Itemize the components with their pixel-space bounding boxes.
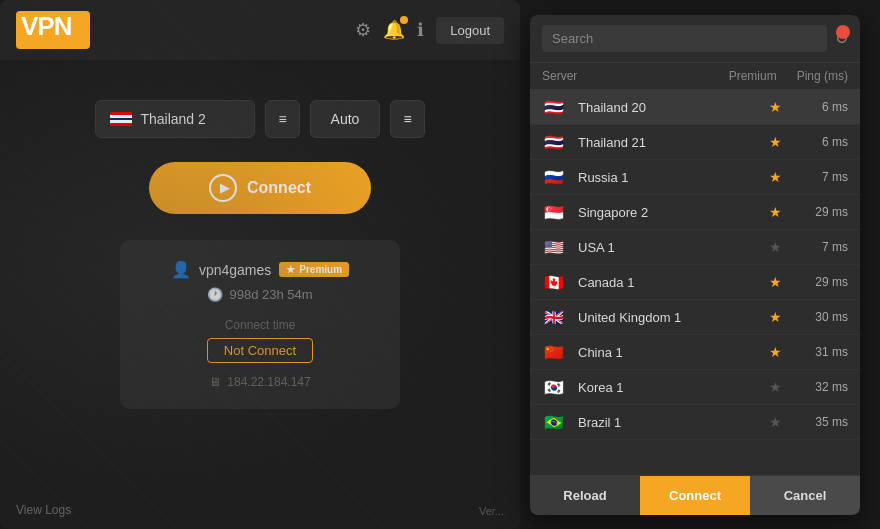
server-name: Russia 1 <box>578 170 742 185</box>
flag-icon: 🇧🇷 <box>542 414 566 430</box>
cancel-button[interactable]: Cancel <box>750 476 860 515</box>
premium-star: ★ <box>750 414 800 430</box>
play-icon: ▶ <box>209 174 237 202</box>
auto-button[interactable]: Auto <box>310 100 381 138</box>
premium-star: ★ <box>750 274 800 290</box>
logout-button[interactable]: Logout <box>436 17 504 44</box>
premium-star: ★ <box>750 309 800 325</box>
ip-value: 184.22.184.147 <box>227 375 310 389</box>
connect-label: Connect <box>247 179 311 197</box>
notification-icon[interactable]: 🔔 <box>383 19 405 41</box>
user-row: 👤 vpn4games ★ Premium <box>140 260 380 279</box>
server-list: 🇹🇭Thailand 20★6 ms🇹🇭Thailand 21★6 ms🇷🇺Ru… <box>530 90 860 475</box>
server-select[interactable]: Thailand 2 <box>95 100 255 138</box>
flag-icon: 🇨🇦 <box>542 274 566 290</box>
server-name: Singapore 2 <box>578 205 742 220</box>
not-connect-status: Not Connect <box>207 338 313 363</box>
col-premium: Premium <box>729 69 777 83</box>
logo-4: 4 <box>71 11 84 41</box>
reload-button[interactable]: Reload <box>530 476 640 515</box>
view-logs-link[interactable]: View Logs <box>16 503 71 517</box>
timer-value: 998d 23h 54m <box>229 287 312 302</box>
overlay-connect-button[interactable]: Connect <box>640 476 750 515</box>
premium-star: ★ <box>750 169 800 185</box>
version-text: Ver... <box>479 505 504 517</box>
ip-address-row: 🖥 184.22.184.147 <box>140 375 380 389</box>
selected-flag <box>110 112 132 126</box>
server-menu-button[interactable]: ≡ <box>265 100 299 138</box>
connect-button[interactable]: ▶ Connect <box>149 162 371 214</box>
selected-server-name: Thailand 2 <box>140 111 205 127</box>
monitor-icon: 🖥 <box>209 375 221 389</box>
server-name: Brazil 1 <box>578 415 742 430</box>
table-header: Server Premium Ping (ms) <box>530 63 860 90</box>
overlay-footer: Reload Connect Cancel <box>530 475 860 515</box>
ping-value: 7 ms <box>808 170 848 184</box>
close-button[interactable] <box>836 25 850 39</box>
search-input[interactable] <box>542 25 827 52</box>
server-name: Thailand 20 <box>578 100 742 115</box>
notification-dot <box>400 16 408 24</box>
flag-icon: 🇰🇷 <box>542 379 566 395</box>
server-list-item[interactable]: 🇺🇸USA 1★7 ms <box>530 230 860 265</box>
server-list-item[interactable]: 🇨🇦Canada 1★29 ms <box>530 265 860 300</box>
server-list-item[interactable]: 🇹🇭Thailand 20★6 ms <box>530 90 860 125</box>
premium-star: ★ <box>750 239 800 255</box>
server-name: Canada 1 <box>578 275 742 290</box>
search-bar: ↻ <box>530 15 860 63</box>
clock-icon: 🕐 <box>207 287 223 302</box>
server-list-item[interactable]: 🇰🇷Korea 1★32 ms <box>530 370 860 405</box>
main-content: Thailand 2 ≡ Auto ≡ ▶ Connect 👤 vpn4game… <box>0 60 520 429</box>
flag-icon: 🇷🇺 <box>542 169 566 185</box>
premium-star: ★ <box>750 134 800 150</box>
server-list-item[interactable]: 🇧🇷Brazil 1★35 ms <box>530 405 860 440</box>
col-server: Server <box>542 69 729 83</box>
server-list-item[interactable]: 🇨🇳China 1★31 ms <box>530 335 860 370</box>
server-list-item[interactable]: 🇷🇺Russia 1★7 ms <box>530 160 860 195</box>
info-card: 👤 vpn4games ★ Premium 🕐 998d 23h 54m Con… <box>120 240 400 409</box>
info-icon[interactable]: ℹ <box>417 19 424 41</box>
ping-value: 35 ms <box>808 415 848 429</box>
flag-icon: 🇹🇭 <box>542 99 566 115</box>
server-name: United Kingdom 1 <box>578 310 742 325</box>
timer-row: 🕐 998d 23h 54m <box>140 287 380 302</box>
header-icons: ⚙ 🔔 ℹ Logout <box>355 17 504 44</box>
badge-star: ★ <box>286 264 295 275</box>
main-window: VPN4 GAMES ⚙ 🔔 ℹ Logout Thailand 2 ≡ Aut… <box>0 0 520 529</box>
server-name: Korea 1 <box>578 380 742 395</box>
ping-value: 6 ms <box>808 135 848 149</box>
server-name: USA 1 <box>578 240 742 255</box>
flag-icon: 🇺🇸 <box>542 239 566 255</box>
ping-value: 7 ms <box>808 240 848 254</box>
col-ping: Ping (ms) <box>797 69 848 83</box>
logo: VPN4 GAMES <box>16 11 90 49</box>
ping-value: 29 ms <box>808 275 848 289</box>
server-row: Thailand 2 ≡ Auto ≡ <box>20 100 500 138</box>
premium-star: ★ <box>750 344 800 360</box>
server-list-item[interactable]: 🇹🇭Thailand 21★6 ms <box>530 125 860 160</box>
ping-value: 6 ms <box>808 100 848 114</box>
server-name: Thailand 21 <box>578 135 742 150</box>
auto-menu-button[interactable]: ≡ <box>390 100 424 138</box>
connect-time-label: Connect time <box>140 318 380 332</box>
app-header: VPN4 GAMES ⚙ 🔔 ℹ Logout <box>0 0 520 60</box>
server-list-item[interactable]: 🇬🇧United Kingdom 1★30 ms <box>530 300 860 335</box>
premium-star: ★ <box>750 379 800 395</box>
ping-value: 32 ms <box>808 380 848 394</box>
premium-star: ★ <box>750 99 800 115</box>
flag-icon: 🇨🇳 <box>542 344 566 360</box>
flag-icon: 🇬🇧 <box>542 309 566 325</box>
server-name: China 1 <box>578 345 742 360</box>
server-overlay: ↻ Server Premium Ping (ms) 🇹🇭Thailand 20… <box>530 15 860 515</box>
server-list-item[interactable]: 🇸🇬Singapore 2★29 ms <box>530 195 860 230</box>
flag-icon: 🇸🇬 <box>542 204 566 220</box>
ping-value: 30 ms <box>808 310 848 324</box>
premium-badge: ★ Premium <box>279 262 349 277</box>
flag-icon: 🇹🇭 <box>542 134 566 150</box>
username: vpn4games <box>199 262 271 278</box>
user-icon: 👤 <box>171 260 191 279</box>
ping-value: 31 ms <box>808 345 848 359</box>
ping-value: 29 ms <box>808 205 848 219</box>
settings-icon[interactable]: ⚙ <box>355 19 371 41</box>
logo-box: VPN4 GAMES <box>16 11 90 49</box>
